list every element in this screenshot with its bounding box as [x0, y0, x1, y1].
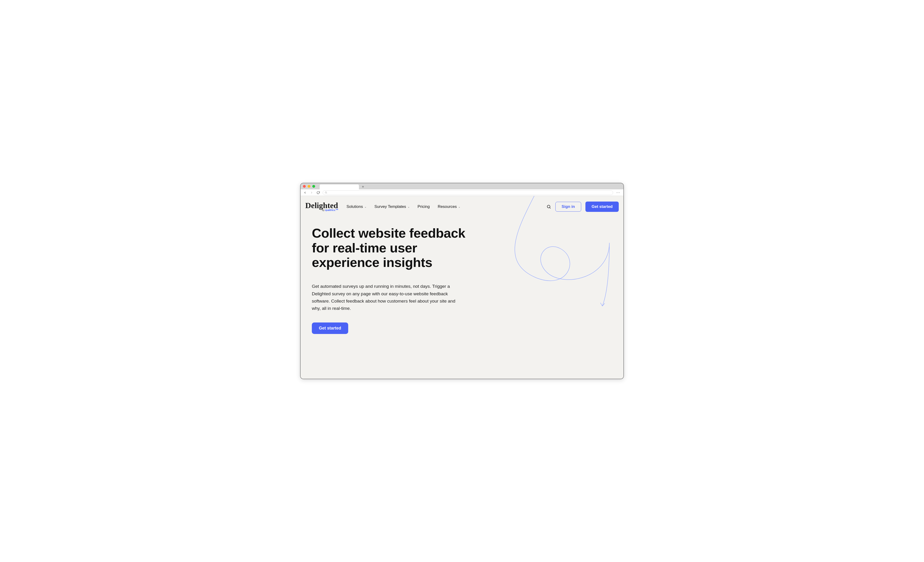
header-actions: Sign in Get started [546, 202, 619, 212]
reload-button[interactable] [316, 191, 320, 195]
traffic-lights [303, 185, 315, 188]
nav-item-label: Resources [438, 204, 457, 209]
chevron-down-icon: ⌄ [458, 205, 460, 208]
logo-subline: by qualtrics.XM [322, 209, 338, 211]
minimize-window-icon[interactable] [308, 185, 310, 188]
site-header: Delighted by qualtrics.XM Solutions ⌄ Su… [301, 196, 623, 212]
nav-solutions[interactable]: Solutions ⌄ [346, 204, 366, 209]
nav-pricing[interactable]: Pricing [418, 204, 430, 209]
page-content: Delighted by qualtrics.XM Solutions ⌄ Su… [301, 196, 623, 379]
chevron-down-icon: ⌄ [408, 205, 410, 208]
get-started-button[interactable]: Get started [585, 202, 619, 212]
new-tab-button[interactable]: + [361, 184, 365, 189]
address-bar[interactable] [322, 190, 613, 195]
window-titlebar: + [301, 183, 623, 189]
decorative-swirl [511, 196, 623, 318]
browser-tabs: + [320, 183, 365, 189]
nav-survey-templates[interactable]: Survey Templates ⌄ [375, 204, 410, 209]
browser-window: + ··· Delighted by qualtrics.XM [300, 183, 624, 379]
svg-line-1 [327, 193, 327, 194]
browser-toolbar: ··· [301, 189, 623, 196]
close-window-icon[interactable] [303, 185, 306, 188]
svg-line-3 [549, 208, 550, 209]
nav-item-label: Survey Templates [375, 204, 406, 209]
hero-section: Collect website feedback for real-time u… [301, 212, 479, 343]
main-nav: Solutions ⌄ Survey Templates ⌄ Pricing R… [346, 204, 460, 209]
hero-body: Get automated surveys up and running in … [312, 282, 462, 312]
maximize-window-icon[interactable] [312, 185, 315, 188]
search-icon [325, 191, 327, 194]
forward-button[interactable] [309, 191, 314, 195]
hero-title: Collect website feedback for real-time u… [312, 226, 474, 270]
hero-cta-button[interactable]: Get started [312, 323, 348, 334]
chevron-down-icon: ⌄ [364, 205, 366, 208]
logo[interactable]: Delighted by qualtrics.XM [305, 202, 338, 212]
logo-wordmark: Delighted [305, 202, 338, 209]
nav-resources[interactable]: Resources ⌄ [438, 204, 460, 209]
logo-subline-brand: qualtrics. [325, 209, 336, 211]
logo-subline-prefix: by [322, 209, 325, 211]
svg-point-2 [547, 205, 550, 208]
browser-menu-button[interactable]: ··· [615, 191, 621, 195]
signin-button[interactable]: Sign in [555, 202, 581, 212]
logo-subline-suffix: XM [336, 209, 338, 210]
back-button[interactable] [303, 191, 307, 195]
nav-item-label: Pricing [418, 204, 430, 209]
search-button[interactable] [546, 204, 551, 209]
nav-item-label: Solutions [346, 204, 363, 209]
svg-point-0 [325, 192, 327, 193]
browser-tab-active[interactable] [320, 184, 359, 189]
search-icon [546, 204, 551, 209]
